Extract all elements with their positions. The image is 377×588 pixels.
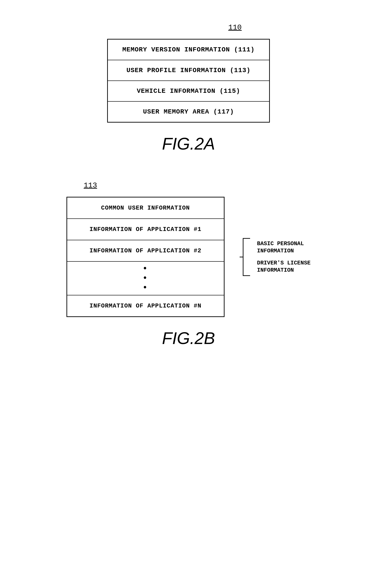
row-user-memory: USER MEMORY AREA (117)	[108, 102, 269, 122]
fig2b-label: FIG.2B	[162, 329, 215, 348]
fig2b-content: COMMON USER INFORMATION INFORMATION OF A…	[19, 197, 358, 317]
fig2a-section: 110 MEMORY VERSION INFORMATION (111) USE…	[19, 23, 358, 153]
bracket-annotation: BASIC PERSONALINFORMATION DRIVER'S LICEN…	[238, 234, 310, 280]
fig2a-label: FIG.2A	[162, 134, 215, 153]
row-appN-info: INFORMATION OF APPLICATION #N	[67, 295, 224, 316]
fig2b-section: 113 COMMON USER INFORMATION INFORMATION …	[19, 181, 358, 348]
row-app2-info: INFORMATION OF APPLICATION #2	[67, 240, 224, 262]
row-memory-version: MEMORY VERSION INFORMATION (111)	[108, 39, 269, 60]
annotation-labels: BASIC PERSONALINFORMATION DRIVER'S LICEN…	[257, 240, 310, 274]
page-container: 110 MEMORY VERSION INFORMATION (111) USE…	[0, 0, 377, 588]
bracket-svg	[238, 234, 252, 280]
diagram-box-2b: COMMON USER INFORMATION INFORMATION OF A…	[67, 197, 224, 317]
annotation-drivers-license: DRIVER'S LICENSEINFORMATION	[257, 259, 310, 274]
ref-number-110: 110	[228, 23, 242, 32]
row-dots: •••	[67, 262, 224, 295]
ref-number-113: 113	[84, 181, 97, 190]
row-vehicle-info: VEHICLE INFORMATION (115)	[108, 81, 269, 102]
row-common-user-info: COMMON USER INFORMATION	[67, 197, 224, 219]
diagram-box-2a: MEMORY VERSION INFORMATION (111) USER PR…	[107, 39, 270, 122]
row-user-profile: USER PROFILE INFORMATION (113)	[108, 60, 269, 81]
annotation-basic-personal: BASIC PERSONALINFORMATION	[257, 240, 310, 255]
row-app1-info: INFORMATION OF APPLICATION #1	[67, 219, 224, 240]
